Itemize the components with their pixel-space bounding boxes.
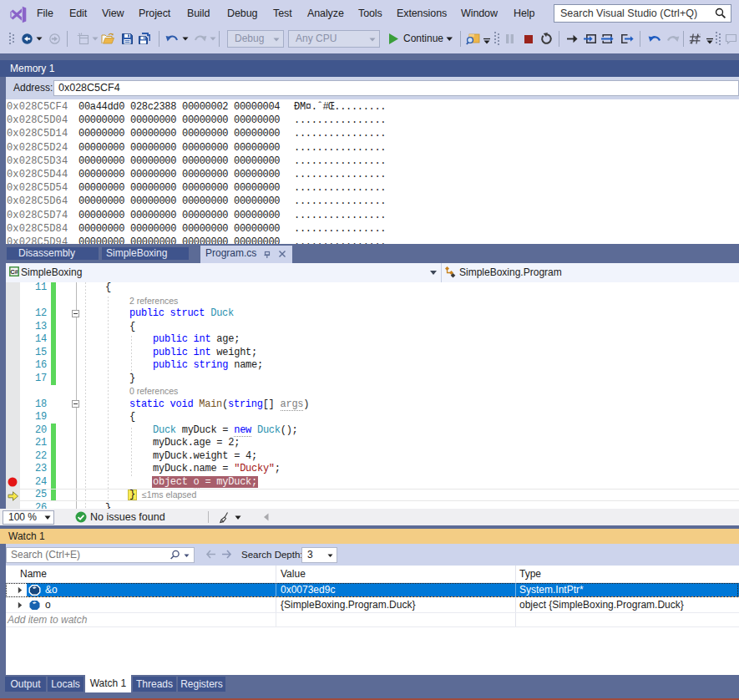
svg-text:C#: C# <box>10 268 18 276</box>
